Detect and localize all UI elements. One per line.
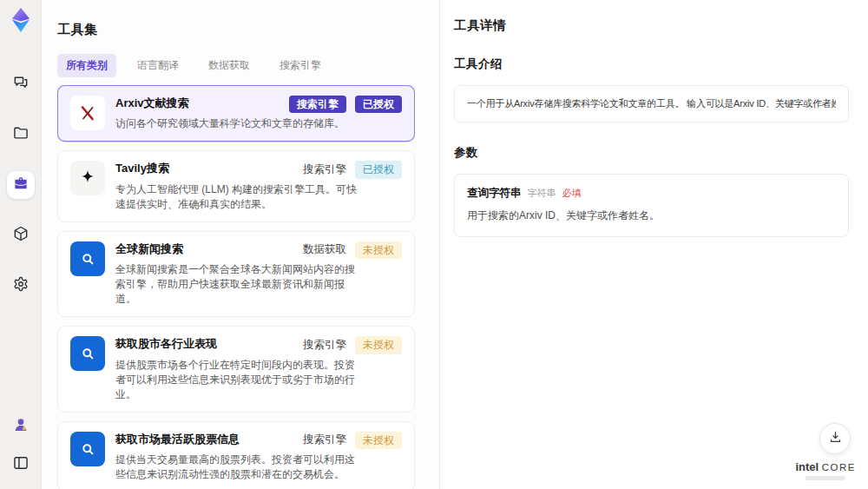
briefcase-icon	[12, 175, 30, 195]
stock-search-logo-icon	[70, 336, 105, 371]
tab-all-categories[interactable]: 所有类别	[57, 54, 116, 77]
tool-name: 获取股市各行业表现	[115, 336, 217, 352]
tool-card-stock-sector[interactable]: 获取股市各行业表现 搜索引擎 未授权 提供股票市场各个行业在特定时间段内的表现。…	[57, 326, 415, 412]
stock-search-logo-icon	[70, 432, 105, 466]
tool-name: 获取市场最活跃股票信息	[115, 432, 240, 447]
intel-wordmark: intel	[795, 460, 819, 473]
tool-description: 访问各个研究领域大量科学论文和文章的存储库。	[115, 116, 357, 131]
param-required-flag: 必填	[562, 187, 582, 200]
auth-status-badge: 未授权	[355, 241, 402, 259]
tool-name: 全球新闻搜索	[115, 241, 183, 257]
sidebar-item-settings[interactable]	[7, 272, 35, 300]
tool-list: Arxiv文献搜索 搜索引擎 已授权 访问各个研究领域大量科学论文和文章的存储库…	[57, 85, 415, 489]
sidebar-item-chat[interactable]	[7, 70, 35, 98]
intro-text: 一个用于从Arxiv存储库搜索科学论文和文章的工具。 输入可以是Arxiv ID…	[467, 97, 836, 110]
auth-status-badge: 未授权	[355, 336, 402, 354]
auth-status-badge: 未授权	[355, 432, 402, 449]
sidebar	[0, 0, 42, 489]
sidebar-item-packages[interactable]	[7, 221, 35, 249]
tool-description: 提供当天交易量最高的股票列表。投资者可以利用这些信息来识别流动性强的股票和潜在的…	[115, 453, 357, 482]
collapse-sidebar-button[interactable]	[7, 451, 35, 479]
parameter-item: 查询字符串 字符串 必填 用于搜索的Arxiv ID、关键字或作者姓名。	[454, 174, 849, 237]
param-name: 查询字符串	[467, 186, 522, 201]
tool-category-label: 数据获取	[303, 242, 346, 257]
tool-card-tavily[interactable]: Tavily搜索 搜索引擎 已授权 专为人工智能代理 (LLM) 构建的搜索引擎…	[57, 150, 415, 221]
tab-data-acquisition[interactable]: 数据获取	[200, 54, 259, 77]
tool-detail-panel: 工具详情 工具介绍 一个用于从Arxiv存储库搜索科学论文和文章的工具。 输入可…	[439, 0, 868, 489]
param-description: 用于搜索的Arxiv ID、关键字或作者姓名。	[467, 208, 836, 223]
tools-panel: 工具集 所有类别 语言翻译 数据获取 搜索引擎 Arxiv文献搜索	[57, 0, 415, 489]
core-wordmark: CORE	[822, 462, 856, 472]
tab-search-engine[interactable]: 搜索引擎	[271, 54, 330, 77]
cube-icon	[12, 225, 30, 246]
app-logo-icon	[7, 6, 35, 34]
intro-box: 一个用于从Arxiv存储库搜索科学论文和文章的工具。 输入可以是Arxiv ID…	[454, 85, 849, 122]
tab-language-translation[interactable]: 语言翻译	[128, 54, 187, 77]
auth-status-badge: 已授权	[355, 161, 402, 178]
page-title: 工具集	[57, 22, 415, 38]
tool-category-label: 搜索引擎	[303, 162, 346, 177]
intel-core-logo: intel CORE	[795, 459, 856, 480]
download-icon	[828, 430, 843, 448]
user-avatar[interactable]	[7, 413, 35, 440]
download-button[interactable]	[819, 423, 851, 454]
app-window: 工具集 所有类别 语言翻译 数据获取 搜索引擎 Arxiv文献搜索	[0, 0, 868, 489]
tool-category-badge: 搜索引擎	[289, 96, 346, 113]
chat-icon	[12, 74, 30, 95]
arxiv-logo-icon	[70, 96, 105, 130]
intel-logo-subtext	[806, 476, 845, 480]
gear-icon	[12, 275, 30, 296]
param-type: 字符串	[528, 187, 556, 200]
tool-card-active-stocks[interactable]: 获取市场最活跃股票信息 搜索引擎 未授权 提供当天交易量最高的股票列表。投资者可…	[57, 421, 415, 489]
panel-layout-icon	[12, 454, 30, 475]
sparkle-icon	[70, 161, 105, 195]
category-tabs: 所有类别 语言翻译 数据获取 搜索引擎	[57, 54, 415, 77]
sidebar-item-tools[interactable]	[7, 171, 35, 199]
folder-icon	[12, 124, 30, 145]
tool-description: 提供股票市场各个行业在特定时间段内的表现。投资者可以利用这些信息来识别表现优于或…	[115, 358, 357, 402]
intro-section-title: 工具介绍	[454, 56, 849, 72]
tool-category-label: 搜索引擎	[303, 338, 346, 353]
news-search-logo-icon	[70, 241, 105, 276]
user-icon	[12, 416, 30, 437]
tool-card-arxiv[interactable]: Arxiv文献搜索 搜索引擎 已授权 访问各个研究领域大量科学论文和文章的存储库…	[57, 85, 415, 142]
tool-description: 专为人工智能代理 (LLM) 构建的搜索引擎工具。可快速提供实时、准确和真实的结…	[115, 182, 357, 212]
tool-name: Arxiv文献搜索	[115, 96, 189, 111]
sidebar-item-files[interactable]	[7, 121, 35, 149]
tool-name: Tavily搜索	[115, 161, 169, 176]
params-section-title: 参数	[454, 145, 849, 161]
detail-title: 工具详情	[454, 17, 849, 34]
tool-category-label: 搜索引擎	[303, 433, 346, 447]
tool-description: 全球新闻搜索是一个聚合全球各大新闻网站内容的搜索引擎，帮助用户快速获取全球最新资…	[115, 262, 357, 307]
auth-status-badge: 已授权	[355, 96, 402, 113]
tool-card-global-news[interactable]: 全球新闻搜索 数据获取 未授权 全球新闻搜索是一个聚合全球各大新闻网站内容的搜索…	[57, 231, 415, 317]
